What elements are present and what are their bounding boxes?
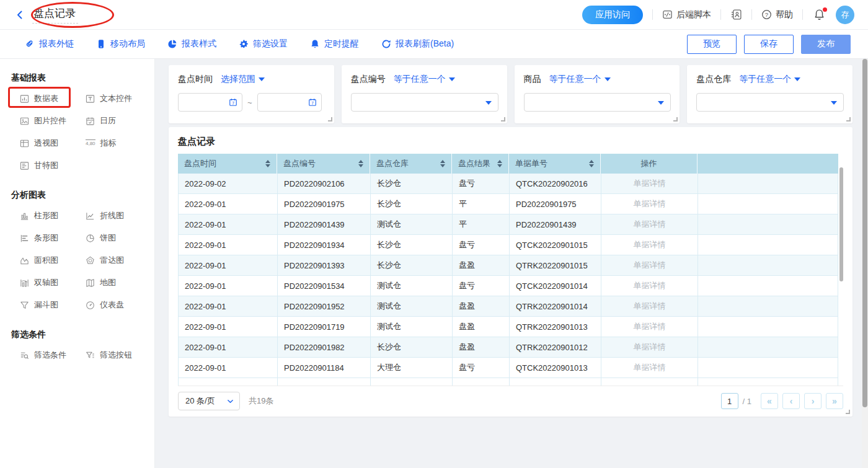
date-start-input[interactable]: 7 xyxy=(178,93,242,112)
toolbar-item-scheduled-reminder[interactable]: 定时提醒 xyxy=(310,38,359,50)
help-button[interactable]: ? 帮助 xyxy=(761,9,793,20)
row-detail-link[interactable]: 单据详情 xyxy=(601,296,698,316)
toolbar-item-filter-settings[interactable]: 筛选设置 xyxy=(239,38,288,50)
back-icon[interactable] xyxy=(15,10,25,20)
page-title[interactable]: 盘点记录 xyxy=(32,6,78,24)
table-row[interactable]: 2022-09-01 PD20220901975 长沙仓 平 PD2022090… xyxy=(178,194,838,214)
sort-icon[interactable] xyxy=(355,160,363,167)
sidebar-item-line-chart[interactable]: 折线图 xyxy=(86,210,124,221)
row-detail-link[interactable]: 单据详情 xyxy=(601,317,698,337)
table-row[interactable]: 2022-09-01 PD20220901393 长沙仓 盘盈 QTRK2022… xyxy=(178,255,838,276)
sidebar-item-radar-chart[interactable]: 雷达图 xyxy=(86,255,124,266)
svg-text:?: ? xyxy=(765,11,768,18)
data-table-widget[interactable]: 盘点记录 盘点时间 盘点编号 盘点仓库 盘点结果 xyxy=(169,127,852,417)
date-end-input[interactable]: 7 xyxy=(257,93,322,112)
table-row[interactable]: 2022-09-01 PD20220901534 测试仓 盘亏 QTCK2022… xyxy=(178,276,838,296)
row-detail-link[interactable]: 单据详情 xyxy=(601,174,698,193)
table-row[interactable]: 2022-09-01 PD20220901439 测试仓 平 PD2022090… xyxy=(178,214,838,235)
cell-result: 平 xyxy=(453,214,510,234)
publish-button[interactable]: 发布 xyxy=(801,35,851,54)
app-access-button[interactable]: 应用访问 xyxy=(582,6,643,24)
filter-operator-dropdown[interactable]: 选择范围 xyxy=(221,74,265,85)
sidebar-item-filter-condition[interactable]: 筛选条件 xyxy=(20,350,66,361)
resize-handle[interactable] xyxy=(846,117,851,121)
cell-empty xyxy=(698,235,838,255)
sidebar-item-column-chart[interactable]: 柱形图 xyxy=(20,210,58,221)
sidebar-item-metric[interactable]: 4,80 指标 xyxy=(86,138,117,149)
toolbar-item-report-style[interactable]: 报表样式 xyxy=(167,38,216,50)
row-detail-link[interactable]: 单据详情 xyxy=(601,194,698,214)
column-header-warehouse[interactable]: 盘点仓库 xyxy=(370,154,452,174)
resize-handle[interactable] xyxy=(328,117,332,121)
toolbar-item-mobile-layout[interactable]: 移动布局 xyxy=(96,38,145,50)
filter-operator-dropdown[interactable]: 等于任意一个 xyxy=(549,74,611,85)
toolbar-item-external-link[interactable]: 报表外链 xyxy=(25,38,74,50)
sort-icon[interactable] xyxy=(436,160,445,167)
first-page-button[interactable]: « xyxy=(761,393,778,409)
sidebar-item-gantt[interactable]: 甘特图 xyxy=(20,160,58,171)
filter-widget-code[interactable]: 盘点编号 等于任意一个 xyxy=(342,65,507,123)
sidebar-item-gauge[interactable]: 仪表盘 xyxy=(86,299,124,311)
sidebar-item-data-table[interactable]: 数据表 xyxy=(20,93,58,104)
page-scrollbar[interactable] xyxy=(862,59,868,468)
sidebar-item-map[interactable]: 地图 xyxy=(86,277,116,288)
filter-operator-dropdown[interactable]: 等于任意一个 xyxy=(739,74,800,85)
sidebar-item-pivot[interactable]: 透视图 xyxy=(20,138,58,149)
table-row[interactable]: 2022-09-01 PD20220901952 测试仓 盘盈 QTRK2022… xyxy=(178,296,838,317)
sidebar-item-dual-axis-chart[interactable]: 双轴图 xyxy=(20,277,58,288)
column-header-code[interactable]: 盘点编号 xyxy=(277,154,370,174)
resize-handle[interactable] xyxy=(673,117,678,121)
row-detail-link[interactable]: 单据详情 xyxy=(601,235,698,255)
resize-handle[interactable] xyxy=(501,117,505,121)
row-detail-link[interactable]: 单据详情 xyxy=(601,255,698,275)
column-header-result[interactable]: 盘点结果 xyxy=(452,154,509,174)
table-scrollbar-thumb[interactable] xyxy=(839,167,843,281)
table-row[interactable]: 2022-09-01 PD20220901934 长沙仓 盘亏 QTCK2022… xyxy=(178,235,838,255)
sidebar-item-filter-button[interactable]: 筛选按钮 xyxy=(86,350,132,361)
sort-icon[interactable] xyxy=(585,160,594,167)
sidebar-item-funnel-chart[interactable]: 漏斗图 xyxy=(20,299,58,311)
row-detail-link[interactable]: 单据详情 xyxy=(601,214,698,234)
filter-operator-dropdown[interactable]: 等于任意一个 xyxy=(394,74,455,85)
caret-down-icon xyxy=(658,101,664,105)
page-size-select[interactable]: 20 条/页 xyxy=(178,392,240,410)
backend-script-button[interactable]: 后端脚本 xyxy=(662,9,711,20)
sidebar-item-text-widget[interactable]: 文本控件 xyxy=(86,93,132,104)
row-detail-link[interactable]: 单据详情 xyxy=(601,358,698,377)
page-number-input[interactable]: 1 xyxy=(721,393,738,409)
filter-select[interactable] xyxy=(524,93,671,112)
column-header-doc[interactable]: 单据单号 xyxy=(509,154,601,174)
toolbar-item-report-refresh[interactable]: 报表刷新(Beta) xyxy=(381,38,454,50)
sidebar-item-calendar[interactable]: 日历 xyxy=(86,115,116,126)
row-detail-link[interactable]: 单据详情 xyxy=(601,276,698,296)
row-detail-link[interactable]: 单据详情 xyxy=(601,337,698,357)
column-header-time[interactable]: 盘点时间 xyxy=(178,154,277,174)
contacts-button[interactable] xyxy=(730,9,742,20)
preview-button[interactable]: 预览 xyxy=(687,35,737,54)
filter-widget-time[interactable]: 盘点时间 选择范围 7 ~ 7 xyxy=(169,65,334,123)
filter-widget-warehouse[interactable]: 盘点仓库 等于任意一个 xyxy=(687,65,852,123)
next-page-button[interactable]: › xyxy=(804,393,822,409)
save-button[interactable]: 保存 xyxy=(744,35,794,54)
sidebar-item-pie-chart[interactable]: 饼图 xyxy=(86,232,116,244)
table-row[interactable]: 2022-09-01 PD20220901982 长沙仓 盘盈 QTRK2022… xyxy=(178,337,838,358)
page-scrollbar-thumb[interactable] xyxy=(862,59,867,407)
table-row[interactable]: 2022-09-01 PD20220901719 测试仓 盘盈 QTRK2022… xyxy=(178,317,838,337)
sidebar-item-image-widget[interactable]: 图片控件 xyxy=(20,115,66,126)
sort-icon[interactable] xyxy=(262,160,270,167)
table-row[interactable]: 2022-09-01 PD20220901184 大理仓 盘亏 QTCK2022… xyxy=(178,358,838,378)
resize-handle[interactable] xyxy=(846,410,850,414)
notifications-button[interactable] xyxy=(812,7,826,22)
column-label: 操作 xyxy=(641,158,657,169)
sort-icon[interactable] xyxy=(494,160,502,167)
table-row[interactable]: 2022-09-02 PD20220902106 长沙仓 盘亏 QTCK2022… xyxy=(178,174,838,194)
sidebar-item-area-chart[interactable]: 面积图 xyxy=(20,255,58,266)
filter-widget-product[interactable]: 商品 等于任意一个 xyxy=(515,65,680,123)
filter-select[interactable] xyxy=(696,93,844,112)
avatar[interactable]: 存 xyxy=(836,6,854,24)
prev-page-button[interactable]: ‹ xyxy=(782,393,800,409)
sidebar-item-bar-chart[interactable]: 条形图 xyxy=(20,232,58,244)
filter-select[interactable] xyxy=(351,93,498,112)
last-page-button[interactable]: » xyxy=(826,393,843,409)
pagination-controls: 1 / 1 « ‹ › » xyxy=(721,393,843,409)
